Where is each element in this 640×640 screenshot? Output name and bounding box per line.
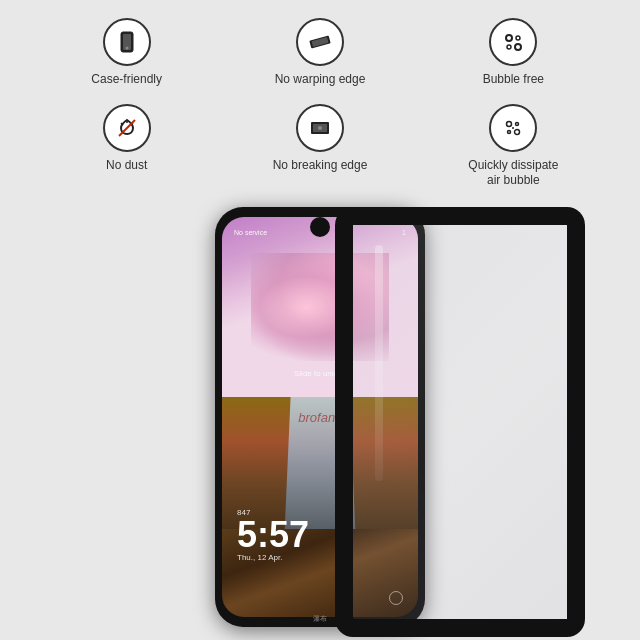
watermark: brofans xyxy=(298,409,341,424)
time-date: Thu., 12 Apr. xyxy=(237,553,309,562)
clouds xyxy=(251,253,388,361)
feature-no-dust: No dust xyxy=(30,96,223,197)
no-dust-label: No dust xyxy=(106,158,147,174)
svg-point-14 xyxy=(318,126,322,130)
no-breaking-label: No breaking edge xyxy=(273,158,368,174)
features-grid: Case-friendly No warping edge Bubble fre… xyxy=(0,0,640,202)
quickly-dissipate-label: Quickly dissipateair bubble xyxy=(468,158,558,189)
svg-point-18 xyxy=(515,129,520,134)
case-friendly-icon xyxy=(103,18,151,66)
svg-point-2 xyxy=(125,47,128,50)
bottom-label: 瀑布 xyxy=(313,614,327,624)
no-warping-icon xyxy=(296,18,344,66)
phone-container: No service 1 Slide to unlock brofans 847… xyxy=(0,207,640,627)
time-display: 847 5:57 Thu., 12 Apr. xyxy=(237,508,309,562)
feature-no-warping: No warping edge xyxy=(223,10,416,96)
status-right: 1 xyxy=(402,229,406,236)
case-friendly-label: Case-friendly xyxy=(91,72,162,88)
no-warping-label: No warping edge xyxy=(275,72,366,88)
glass-right-edge xyxy=(567,207,585,637)
svg-point-16 xyxy=(516,122,519,125)
feature-case-friendly: Case-friendly xyxy=(30,10,223,96)
svg-point-15 xyxy=(507,121,512,126)
status-left: No service xyxy=(234,229,267,236)
time-label: 847 xyxy=(237,508,309,517)
svg-point-17 xyxy=(508,130,511,133)
svg-point-19 xyxy=(512,127,514,129)
feature-quickly-dissipate: Quickly dissipateair bubble xyxy=(417,96,610,197)
quickly-dissipate-icon xyxy=(489,104,537,152)
feature-no-breaking: No breaking edge xyxy=(223,96,416,197)
svg-point-5 xyxy=(506,35,512,41)
screen-content: No service 1 Slide to unlock brofans 847… xyxy=(222,217,418,617)
svg-point-7 xyxy=(507,45,511,49)
time-clock: 5:57 xyxy=(237,517,309,553)
svg-point-6 xyxy=(516,36,520,40)
slide-to-unlock: Slide to unlock xyxy=(294,369,346,378)
waterfall-background xyxy=(222,397,418,617)
no-dust-icon xyxy=(103,104,151,152)
feature-bubble-free: Bubble free xyxy=(417,10,610,96)
front-camera-bottom xyxy=(389,591,403,605)
status-bar: No service 1 xyxy=(222,229,418,236)
phone-device: No service 1 Slide to unlock brofans 847… xyxy=(215,207,425,627)
no-breaking-icon xyxy=(296,104,344,152)
svg-point-8 xyxy=(515,44,521,50)
phone-screen: No service 1 Slide to unlock brofans 847… xyxy=(222,217,418,617)
bubble-free-label: Bubble free xyxy=(483,72,544,88)
bubble-free-icon xyxy=(489,18,537,66)
